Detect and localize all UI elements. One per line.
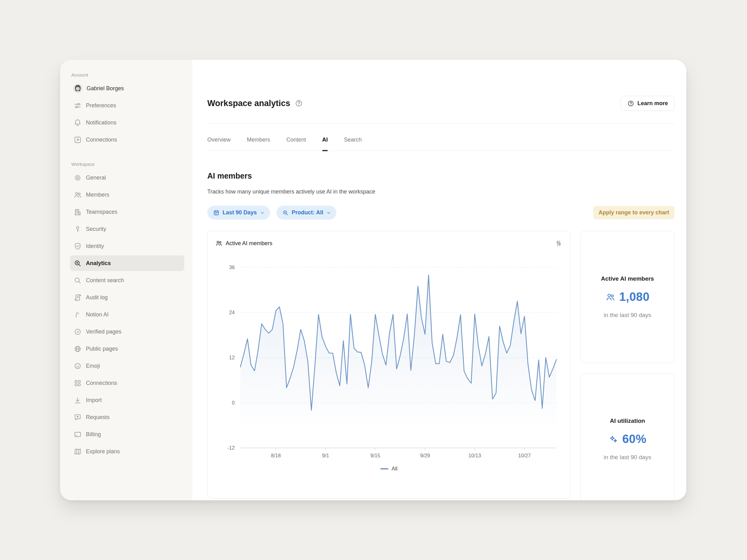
sidebar-item-public-pages[interactable]: Public pages (70, 341, 184, 356)
sliders-icon (73, 101, 82, 110)
tab-ai[interactable]: AI (322, 137, 328, 151)
tab-bar: OverviewMembersContentAISearch (207, 124, 674, 151)
sidebar: AccountGabriel BorgesPreferencesNotifica… (60, 60, 192, 500)
chart-plot: 3624120-128/189/19/159/2910/1310/27 (215, 254, 563, 459)
sidebar-item-label: Content search (86, 277, 124, 284)
sidebar-item-label: Billing (86, 431, 101, 438)
content-row: Active AI members 3624120-128/189/19/159… (207, 231, 674, 500)
shield-check-icon (73, 242, 82, 250)
x-axis-tick: 9/1 (322, 453, 329, 458)
chart-legend: All (215, 466, 563, 472)
x-axis-tick: 10/27 (518, 453, 531, 458)
sidebar-item-label: Connections (86, 137, 117, 143)
sidebar-item-label: Import (86, 397, 102, 403)
sidebar-item-security[interactable]: Security (70, 221, 184, 237)
sidebar-item-notifications[interactable]: Notifications (70, 115, 184, 130)
notion-ai-icon (73, 310, 82, 319)
chevron-down-icon (260, 210, 265, 216)
line-chart: 3624120-128/189/19/159/2910/1310/27 (215, 254, 563, 460)
apply-range-button[interactable]: Apply range to every chart (593, 206, 674, 219)
tab-members[interactable]: Members (247, 137, 270, 151)
x-axis-tick: 8/18 (271, 453, 281, 458)
sidebar-item-general[interactable]: General (70, 170, 184, 185)
stat-value-row: 60% (609, 432, 646, 446)
sidebar-item-members[interactable]: Members (70, 187, 184, 203)
sidebar-item-label: Preferences (86, 102, 116, 109)
people-icon (73, 190, 82, 199)
sidebar-item-explore-plans[interactable]: Explore plans (70, 444, 184, 459)
stat-value: 60% (622, 432, 646, 446)
sidebar-item-connections[interactable]: Connections (70, 375, 184, 391)
grid-icon (73, 379, 82, 387)
sidebar-item-label: Teamspaces (86, 209, 117, 215)
sidebar-item-billing[interactable]: Billing (70, 427, 184, 442)
sidebar-item-emoji[interactable]: Emoji (70, 358, 184, 374)
sidebar-item-notion-ai[interactable]: Notion AI (70, 307, 184, 322)
sidebar-item-label: Gabriel Borges (86, 85, 124, 92)
sidebar-item-content-search[interactable]: Content search (70, 272, 184, 288)
chevron-down-icon (326, 210, 332, 216)
y-axis-tick: -12 (227, 445, 234, 451)
sidebar-item-identity[interactable]: Identity (70, 238, 184, 254)
page: { "sidebar": { "sections": [ { "label": … (0, 0, 747, 560)
sidebar-item-label: Public pages (86, 346, 118, 352)
stat-card-ai-utilization: AI utilization60%in the last 90 days (581, 373, 674, 500)
globe-icon (73, 344, 82, 353)
gear-icon (73, 173, 82, 182)
sidebar-item-label: Identity (86, 243, 104, 249)
stat-column: Active AI members1,080in the last 90 day… (581, 231, 674, 500)
main-content: Workspace analytics Learn more OverviewM… (192, 60, 686, 500)
sidebar-item-label: Members (86, 192, 109, 198)
map-icon (73, 447, 82, 456)
sidebar-item-import[interactable]: Import (70, 392, 184, 408)
avatar (73, 84, 82, 93)
chart-title: Active AI members (226, 240, 272, 247)
request-icon (73, 413, 82, 422)
sidebar-item-label: Explore plans (86, 448, 120, 455)
tab-overview[interactable]: Overview (207, 137, 231, 151)
badge-check-icon (73, 327, 82, 336)
sidebar-item-gabriel-borges[interactable]: Gabriel Borges (70, 81, 184, 96)
sidebar-item-label: Security (86, 226, 106, 232)
building-icon (73, 208, 82, 216)
credit-card-icon (73, 430, 82, 439)
sidebar-item-analytics[interactable]: Analytics (70, 256, 184, 271)
sidebar-item-requests[interactable]: Requests (70, 409, 184, 425)
legend-line-swatch (380, 468, 388, 470)
tab-content[interactable]: Content (286, 137, 306, 151)
sidebar-item-connections[interactable]: Connections (70, 132, 184, 148)
import-icon (73, 396, 82, 404)
filter-row: Last 90 DaysProduct: AllApply range to e… (207, 206, 674, 220)
zoom-in-icon (282, 209, 289, 216)
sidebar-item-label: Notion AI (86, 312, 109, 318)
sidebar-section-label-account: Account (71, 72, 184, 77)
x-axis-tick: 9/29 (420, 453, 430, 458)
sidebar-item-verified-pages[interactable]: Verified pages (70, 324, 184, 340)
sidebar-section-label-workspace: Workspace (71, 161, 184, 167)
sidebar-item-label: Analytics (86, 260, 111, 267)
learn-more-button[interactable]: Learn more (621, 96, 674, 111)
filter-chip-product-all[interactable]: Product: All (276, 206, 336, 220)
zoom-in-icon (73, 259, 82, 268)
filter-chip-label: Product: All (292, 209, 323, 216)
tab-search[interactable]: Search (344, 137, 362, 151)
sidebar-item-audit-log[interactable]: Audit log (70, 290, 184, 305)
stat-caption: in the last 90 days (603, 312, 651, 319)
section-title: AI members (207, 171, 674, 181)
stat-title: AI utilization (610, 418, 645, 424)
help-circle-icon (627, 100, 634, 107)
sliders-vertical-icon[interactable] (555, 239, 563, 247)
smiley-icon (73, 362, 82, 370)
section-description: Tracks how many unique members actively … (207, 189, 674, 195)
y-axis-tick: 0 (232, 400, 235, 405)
settings-window: AccountGabriel BorgesPreferencesNotifica… (60, 60, 686, 500)
help-circle-icon[interactable] (295, 99, 303, 107)
bell-icon (73, 118, 82, 127)
external-link-icon (73, 135, 82, 144)
sidebar-item-label: General (86, 175, 106, 181)
sidebar-item-preferences[interactable]: Preferences (70, 98, 184, 113)
sidebar-item-label: Requests (86, 414, 109, 421)
sidebar-item-teamspaces[interactable]: Teamspaces (70, 204, 184, 220)
sidebar-section-gap (70, 149, 184, 160)
filter-chip-last-90-days[interactable]: Last 90 Days (207, 206, 270, 220)
